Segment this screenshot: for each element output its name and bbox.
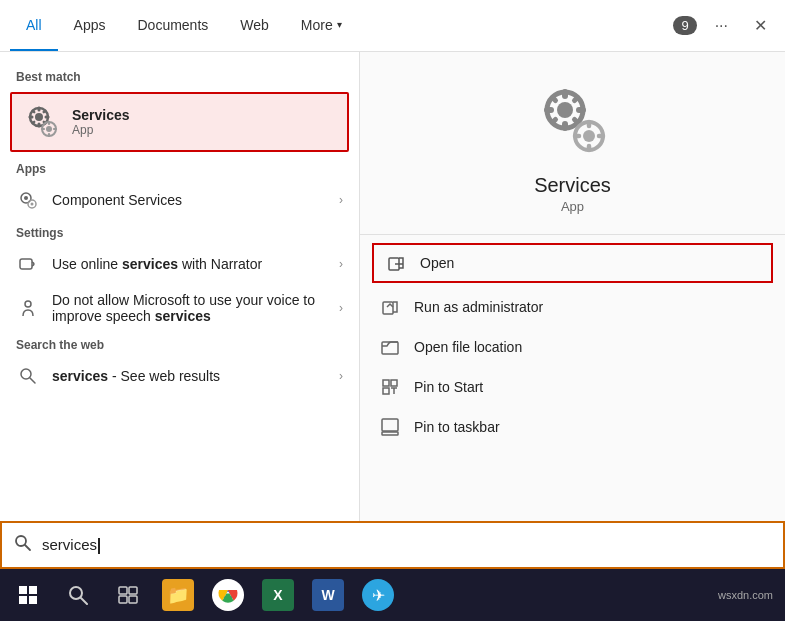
svg-rect-55 (19, 596, 27, 604)
excel-icon: X (262, 579, 294, 611)
svg-rect-54 (29, 586, 37, 594)
pin-to-start-action[interactable]: Pin to Start (360, 367, 785, 407)
left-panel: Best match (0, 52, 360, 570)
svg-point-21 (25, 301, 31, 307)
tab-documents[interactable]: Documents (121, 0, 224, 51)
taskbar-folder[interactable]: 📁 (154, 571, 202, 619)
svg-line-9 (33, 122, 34, 123)
apps-section-label: Apps (0, 156, 359, 180)
component-services-label: Component Services (52, 192, 327, 208)
svg-line-23 (30, 378, 35, 383)
svg-rect-46 (383, 388, 389, 394)
services-detail-icon (533, 82, 613, 162)
svg-line-52 (25, 545, 30, 550)
nav-tabs: All Apps Documents Web More ▾ 9 ··· ✕ (0, 0, 785, 52)
svg-rect-44 (383, 380, 389, 386)
taskbar-watermark: wsxdn.com (718, 589, 781, 601)
search-taskbar-button[interactable] (54, 571, 102, 619)
svg-point-19 (31, 203, 34, 206)
best-match-name: Services (72, 107, 130, 123)
open-file-location-action[interactable]: Open file location (360, 327, 785, 367)
run-as-admin-action[interactable]: Run as administrator (360, 287, 785, 327)
search-icon (14, 534, 32, 556)
task-view-button[interactable] (104, 571, 152, 619)
svg-rect-61 (119, 596, 127, 603)
svg-rect-43 (382, 342, 398, 354)
chrome-icon (212, 579, 244, 611)
taskbar: 📁 X W ✈ wsxdn.com (0, 569, 785, 621)
close-button[interactable]: ✕ (746, 12, 775, 39)
svg-point-25 (557, 102, 573, 118)
chevron-down-icon: ▾ (337, 19, 342, 30)
open-file-location-label: Open file location (414, 339, 522, 355)
web-search-arrow: › (339, 369, 343, 383)
narrator-settings-item[interactable]: Use online services with Narrator › (0, 244, 359, 284)
svg-point-1 (35, 113, 43, 121)
svg-point-17 (24, 196, 28, 200)
right-panel: Services App Open (360, 52, 785, 570)
svg-rect-42 (383, 302, 393, 314)
narrator-settings-icon (16, 252, 40, 276)
text-cursor (98, 538, 100, 554)
svg-line-58 (81, 598, 87, 604)
tab-more[interactable]: More ▾ (285, 0, 358, 51)
svg-rect-60 (129, 587, 137, 594)
services-app-icon (22, 102, 62, 142)
search-bar: services (0, 521, 785, 569)
tab-apps[interactable]: Apps (58, 0, 122, 51)
taskbar-word[interactable]: W (304, 571, 352, 619)
tab-all[interactable]: All (10, 0, 58, 51)
svg-rect-20 (20, 259, 32, 269)
svg-point-57 (70, 587, 82, 599)
settings-section-label: Settings (0, 220, 359, 244)
speech-settings-text: Do not allow Microsoft to use your voice… (52, 292, 327, 324)
pin-to-start-label: Pin to Start (414, 379, 483, 395)
component-services-icon (16, 188, 40, 212)
pin-to-taskbar-icon (380, 417, 400, 437)
open-file-location-icon (380, 337, 400, 357)
component-services-item[interactable]: Component Services › (0, 180, 359, 220)
narrator-settings-text: Use online services with Narrator (52, 256, 327, 272)
divider (360, 234, 785, 235)
svg-rect-49 (382, 419, 398, 431)
open-label: Open (420, 255, 454, 271)
result-count-badge: 9 (673, 16, 696, 35)
content-area: Best match (0, 52, 785, 570)
speech-settings-arrow: › (339, 301, 343, 315)
web-search-text: services - See web results (52, 368, 327, 384)
app-detail-name: Services (534, 174, 611, 197)
best-match-text: Services App (72, 107, 130, 137)
taskbar-excel[interactable]: X (254, 571, 302, 619)
pin-to-taskbar-action[interactable]: Pin to taskbar (360, 407, 785, 447)
run-as-admin-label: Run as administrator (414, 299, 543, 315)
best-match-label: Best match (0, 64, 359, 88)
best-match-type: App (72, 123, 130, 137)
web-search-item[interactable]: services - See web results › (0, 356, 359, 396)
search-window: All Apps Documents Web More ▾ 9 ··· ✕ Be… (0, 0, 785, 570)
narrator-settings-arrow: › (339, 257, 343, 271)
tab-web[interactable]: Web (224, 0, 285, 51)
best-match-item[interactable]: Services App (10, 92, 349, 152)
svg-rect-45 (391, 380, 397, 386)
svg-line-30 (552, 98, 555, 101)
web-search-icon (16, 364, 40, 388)
svg-line-33 (552, 120, 555, 123)
pin-to-start-icon (380, 377, 400, 397)
open-action[interactable]: Open (372, 243, 773, 283)
svg-line-8 (44, 111, 45, 112)
more-options-button[interactable]: ··· (709, 13, 734, 39)
svg-point-35 (583, 130, 595, 142)
app-detail: Services App (360, 52, 785, 234)
word-icon: W (312, 579, 344, 611)
nav-right: 9 ··· ✕ (673, 12, 775, 39)
svg-rect-62 (129, 596, 137, 603)
taskbar-chrome[interactable] (204, 571, 252, 619)
open-icon (386, 253, 406, 273)
start-button[interactable] (4, 571, 52, 619)
web-section-label: Search the web (0, 332, 359, 356)
search-input[interactable]: services (42, 536, 771, 554)
taskbar-telegram[interactable]: ✈ (354, 571, 402, 619)
speech-settings-item[interactable]: Do not allow Microsoft to use your voice… (0, 284, 359, 332)
app-detail-type: App (561, 199, 584, 214)
svg-rect-50 (382, 432, 398, 435)
